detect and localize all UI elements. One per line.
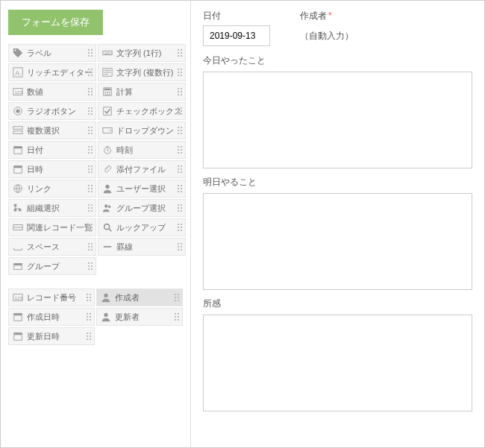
svg-rect-19	[13, 127, 22, 130]
drag-grip-icon	[87, 242, 93, 251]
palette-item-tag[interactable]: ラベル	[8, 44, 96, 62]
drag-grip-icon	[87, 48, 93, 57]
palette-item-link[interactable]: リンク	[8, 180, 96, 198]
palette-item-datetime[interactable]: 日時	[8, 160, 96, 178]
section-label-3: 所感	[203, 297, 472, 310]
palette-item-label: 計算	[116, 86, 133, 98]
svg-point-10	[105, 92, 107, 93]
date-label: 日付	[203, 10, 270, 22]
palette-item-label: 添付ファイル	[116, 164, 166, 175]
svg-rect-18	[104, 107, 112, 116]
palette-item-textm[interactable]: 文字列 (複数行)	[98, 63, 186, 81]
save-form-button[interactable]: フォームを保存	[8, 10, 103, 35]
drag-grip-icon	[177, 165, 183, 174]
svg-point-0	[14, 49, 16, 51]
drag-grip-icon	[86, 332, 92, 341]
palette-item-label: 時刻	[116, 145, 133, 156]
palette-system-grid: 123レコード番号作成者作成日時更新者更新日時	[8, 288, 183, 345]
drag-grip-icon	[177, 48, 183, 57]
svg-point-28	[105, 185, 109, 189]
org-icon	[12, 202, 24, 214]
palette-item-label: 作成者	[115, 292, 140, 303]
form-canvas: 日付 作成者* （自動入力） 今日やったこと 明日やること 所感	[190, 1, 484, 447]
palette-item-group[interactable]: グループ	[8, 257, 96, 275]
link-icon	[12, 183, 24, 195]
svg-rect-30	[14, 209, 17, 212]
palette-item-cdate[interactable]: 作成日時	[8, 308, 95, 326]
palette-grid: ラベルABC文字列 (1行)Aリッチエディター文字列 (複数行)123数値計算ラ…	[8, 44, 183, 275]
editor-icon: A	[12, 66, 24, 78]
textarea-thoughts[interactable]	[203, 315, 472, 411]
drag-grip-icon	[87, 223, 93, 232]
svg-text:ABC: ABC	[104, 51, 113, 56]
creator-auto-value: （自動入力）	[300, 25, 354, 47]
textarea-today[interactable]	[203, 72, 472, 168]
textm-icon	[101, 66, 113, 78]
palette-item-related[interactable]: 関連レコード一覧	[8, 218, 96, 236]
palette-item-editor[interactable]: Aリッチエディター	[8, 63, 96, 81]
field-date: 日付	[203, 10, 270, 47]
svg-text:123: 123	[15, 295, 23, 300]
svg-rect-23	[14, 147, 22, 149]
palette-item-radio[interactable]: ラジオボタン	[8, 102, 96, 120]
palette-item-attach[interactable]: 添付ファイル	[98, 160, 186, 178]
palette-item-user[interactable]: ユーザー選択	[98, 180, 186, 198]
palette-item-label: 組織選択	[27, 203, 60, 214]
palette-item-line[interactable]: 罫線	[98, 238, 186, 256]
multi-icon	[12, 124, 24, 136]
svg-rect-37	[14, 264, 22, 266]
palette-item-space[interactable]: スペース	[8, 238, 96, 256]
svg-point-35	[104, 224, 110, 230]
palette-item-calc[interactable]: 計算	[98, 83, 186, 101]
date-icon	[12, 144, 24, 156]
palette-item-label: ユーザー選択	[116, 183, 166, 195]
palette-item-creator[interactable]: 作成者	[96, 288, 183, 306]
drag-grip-icon	[87, 87, 93, 96]
palette-item-label: 罫線	[116, 242, 133, 253]
palette-item-date[interactable]: 日付	[8, 141, 96, 159]
palette-item-org[interactable]: 組織選択	[8, 199, 96, 217]
svg-point-15	[109, 94, 110, 95]
date-input[interactable]	[203, 25, 270, 46]
palette-item-updater[interactable]: 更新者	[96, 308, 183, 326]
svg-text:123: 123	[15, 89, 23, 95]
drag-grip-icon	[87, 107, 93, 116]
required-mark: *	[328, 10, 332, 21]
udate-icon	[12, 330, 24, 342]
textarea-tomorrow[interactable]	[203, 193, 472, 290]
palette-item-lookup[interactable]: ルックアップ	[98, 218, 186, 236]
svg-point-14	[107, 94, 108, 95]
palette-item-time[interactable]: 時刻	[98, 141, 186, 159]
drag-grip-icon	[177, 145, 183, 154]
svg-rect-45	[14, 333, 22, 335]
palette-item-check[interactable]: チェックボックス	[98, 102, 186, 120]
palette-item-label: 数値	[27, 86, 43, 98]
palette-item-dropdown[interactable]: ドロップダウン	[98, 122, 186, 139]
palette-item-recno[interactable]: 123レコード番号	[8, 288, 95, 306]
palette-item-label: 更新日時	[27, 331, 60, 342]
drag-grip-icon	[177, 87, 183, 96]
palette-item-groupsel[interactable]: グループ選択	[98, 199, 186, 217]
palette-item-label: グループ	[27, 261, 60, 272]
datetime-icon	[12, 163, 24, 175]
svg-rect-42	[14, 314, 22, 316]
drag-grip-icon	[177, 184, 183, 193]
palette-item-text1[interactable]: ABC文字列 (1行)	[98, 44, 186, 62]
drag-grip-icon	[87, 68, 93, 77]
group-icon	[12, 260, 24, 272]
line-icon	[101, 241, 113, 253]
palette-item-number[interactable]: 123数値	[8, 83, 96, 101]
palette-item-udate[interactable]: 更新日時	[8, 327, 95, 345]
drag-grip-icon	[86, 293, 92, 302]
drag-grip-icon	[87, 126, 93, 135]
calc-icon	[101, 86, 113, 98]
creator-icon	[100, 291, 112, 303]
palette-item-label: ドロップダウン	[116, 125, 174, 136]
palette-item-label: 更新者	[115, 312, 140, 323]
drag-grip-icon	[87, 165, 93, 174]
svg-point-12	[109, 92, 110, 93]
svg-point-13	[105, 94, 107, 95]
drag-grip-icon	[87, 145, 93, 154]
palette-item-multi[interactable]: 複数選択	[8, 122, 96, 139]
svg-point-33	[108, 206, 111, 209]
